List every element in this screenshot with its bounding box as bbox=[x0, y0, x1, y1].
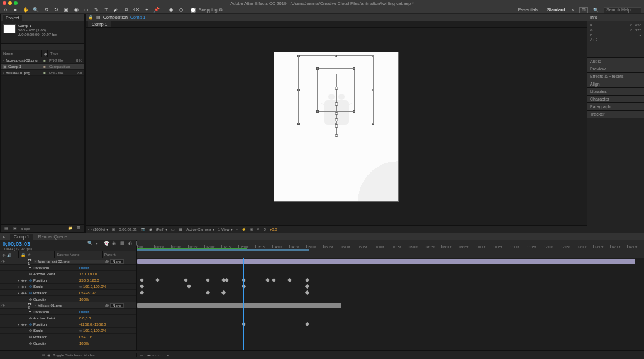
workspace-standard[interactable]: Standard bbox=[545, 7, 567, 13]
prop-value[interactable]: 100.0,100.0% bbox=[79, 329, 106, 333]
pickwhip-icon[interactable]: @ bbox=[105, 304, 109, 307]
project-tab[interactable]: Project bbox=[3, 15, 22, 21]
stopwatch-icon[interactable]: ⊙ bbox=[29, 297, 32, 301]
stopwatch-icon[interactable]: ⊙ bbox=[29, 334, 32, 339]
local-axis-icon[interactable]: ◆ bbox=[168, 7, 174, 13]
keyframe-icon[interactable] bbox=[272, 278, 276, 282]
reset-link[interactable]: Reset bbox=[79, 310, 89, 314]
col-label-icon[interactable]: ◆ bbox=[42, 50, 48, 57]
twirl-down-icon[interactable]: ▾ bbox=[29, 265, 31, 270]
audio-panel-header[interactable]: Audio bbox=[587, 58, 644, 65]
shape-tool-icon[interactable]: ▭ bbox=[83, 7, 89, 13]
info-panel-header[interactable]: Info bbox=[587, 14, 644, 21]
tl-search-icon[interactable]: 🔍 bbox=[87, 241, 94, 247]
brush-tool-icon[interactable]: 🖌 bbox=[113, 7, 119, 13]
keyframe-icon[interactable] bbox=[265, 278, 270, 282]
speaker-icon[interactable]: 🔊 bbox=[7, 253, 11, 257]
prop-value[interactable]: 100% bbox=[79, 341, 89, 345]
video-toggle-icon[interactable]: 👁 bbox=[1, 304, 5, 307]
parent-dropdown[interactable]: None bbox=[110, 259, 124, 264]
lock-col[interactable]: 🔒 bbox=[19, 251, 26, 258]
puppet-tool-icon[interactable]: 📌 bbox=[153, 7, 160, 13]
col-name[interactable]: Name bbox=[1, 50, 42, 57]
tl-comp-mini-icon[interactable]: ▸ bbox=[96, 241, 102, 247]
fast-preview-icon[interactable]: ⚡ bbox=[242, 227, 246, 231]
keyframe-icon[interactable] bbox=[305, 290, 309, 295]
next-kf-icon[interactable]: ▸ bbox=[25, 290, 28, 295]
orbit-tool-icon[interactable]: ⟲ bbox=[43, 7, 49, 13]
type-tool-icon[interactable]: T bbox=[103, 7, 109, 13]
keyframe-icon[interactable] bbox=[206, 278, 210, 282]
tl-frame-blend-icon[interactable]: ▦ bbox=[120, 241, 126, 247]
keyframe-icon[interactable] bbox=[140, 290, 144, 295]
keyframe-icon[interactable] bbox=[305, 278, 309, 282]
add-kf-icon[interactable]: ◆ bbox=[21, 290, 25, 295]
motion-keyframe-icon[interactable] bbox=[335, 112, 338, 115]
interpret-footage-icon[interactable]: ▦ bbox=[3, 226, 9, 232]
magnification-dropdown[interactable]: ▫ ▫ (100%) ▾ bbox=[88, 227, 108, 231]
prop-value[interactable]: 250.0,120.0 bbox=[79, 279, 99, 282]
rotate-tool-icon[interactable]: ↻ bbox=[53, 7, 59, 13]
minimize-window-icon[interactable] bbox=[8, 1, 12, 5]
layer-duration-bar[interactable] bbox=[137, 303, 341, 308]
stopwatch-icon[interactable]: ⊙ bbox=[29, 328, 32, 333]
comp-canvas[interactable] bbox=[274, 52, 398, 201]
snapping-options-icon[interactable]: ⚙ bbox=[219, 8, 223, 13]
stopwatch-icon[interactable]: ⊙ bbox=[29, 272, 32, 276]
workspace-menu-chevron-icon[interactable]: » bbox=[572, 8, 574, 12]
keyframe-icon[interactable] bbox=[287, 278, 292, 282]
pixel-aspect-icon[interactable]: ▫ bbox=[236, 228, 238, 231]
expand-collapse-icon[interactable]: ⊞ bbox=[42, 353, 45, 357]
keyframe-icon[interactable] bbox=[184, 278, 188, 282]
sync-settings-icon[interactable]: ⊡ bbox=[579, 7, 588, 13]
add-kf-icon[interactable]: ◆ bbox=[21, 278, 25, 282]
region-icon[interactable]: ▭ bbox=[171, 227, 175, 231]
selection-tool-icon[interactable]: ▸ bbox=[13, 7, 19, 13]
bit-depth[interactable]: 8 bpc bbox=[21, 227, 30, 231]
motion-keyframe-icon[interactable] bbox=[335, 134, 338, 137]
hand-tool-icon[interactable]: ✋ bbox=[23, 7, 29, 13]
timeline-graph[interactable] bbox=[137, 258, 644, 350]
preview-panel-header[interactable]: Preview bbox=[587, 65, 644, 73]
keyframe-icon[interactable] bbox=[140, 284, 144, 289]
resolution-dropdown[interactable]: (Full) ▾ bbox=[156, 227, 168, 231]
eye-icon[interactable]: 👁 bbox=[2, 253, 6, 257]
workspace-essentials[interactable]: Essentials bbox=[516, 7, 540, 13]
stopwatch-active-icon[interactable]: ⊙ bbox=[29, 278, 32, 282]
zoom-slider[interactable]: ▰▱▱▱▱ bbox=[147, 353, 163, 357]
search-help-input[interactable]: Search Help bbox=[604, 7, 641, 13]
keyframe-icon[interactable] bbox=[140, 278, 144, 282]
prev-kf-icon[interactable]: ◂ bbox=[18, 284, 21, 289]
show-channel-icon[interactable]: ◉ bbox=[149, 227, 152, 231]
libraries-panel-header[interactable]: Libraries bbox=[587, 88, 644, 96]
video-toggle-icon[interactable]: 👁 bbox=[1, 260, 5, 263]
keyframe-icon[interactable] bbox=[305, 284, 309, 289]
twirl-down-icon[interactable]: ▾ bbox=[29, 309, 31, 314]
toggle-switches-modes[interactable]: Toggle Switches / Modes bbox=[53, 353, 94, 357]
panel-lock-icon[interactable]: 🔒 bbox=[88, 15, 94, 20]
close-window-icon[interactable] bbox=[3, 1, 6, 5]
project-search[interactable] bbox=[1, 43, 84, 50]
stopwatch-active-icon[interactable]: ⊙ bbox=[29, 322, 32, 326]
prop-value[interactable]: 0x+281.4° bbox=[79, 291, 96, 295]
pan-behind-tool-icon[interactable]: ◉ bbox=[73, 7, 79, 13]
next-kf-icon[interactable]: ▸ bbox=[25, 278, 28, 282]
camera-tool-icon[interactable]: ▣ bbox=[63, 7, 69, 13]
tl-draft3d-icon[interactable]: ◉ bbox=[112, 241, 118, 247]
roto-tool-icon[interactable]: ✦ bbox=[143, 7, 150, 13]
current-time[interactable]: 0;00;03;03 bbox=[3, 241, 30, 247]
add-kf-icon[interactable]: ◆ bbox=[21, 284, 25, 289]
comp-flowchart-icon[interactable]: ⧈ bbox=[257, 227, 259, 231]
next-kf-icon[interactable]: ▸ bbox=[25, 322, 28, 326]
keyframe-icon[interactable] bbox=[221, 290, 226, 295]
tl-lock-icon[interactable]: × bbox=[3, 235, 5, 239]
clone-tool-icon[interactable]: ⧉ bbox=[123, 7, 130, 13]
transparency-grid-icon[interactable]: ▦ bbox=[179, 227, 182, 231]
resolution-icon[interactable]: ⊞ bbox=[112, 227, 115, 231]
pen-tool-icon[interactable]: ✎ bbox=[93, 7, 99, 13]
view-layout-dropdown[interactable]: 1 View ▾ bbox=[218, 227, 233, 231]
zoom-tool-icon[interactable]: 🔍 bbox=[33, 7, 39, 13]
timeline-icon[interactable]: ⊞ bbox=[250, 227, 253, 231]
project-item-row[interactable]: ▫hillside-01.png ■ PNG file 80 bbox=[1, 70, 84, 76]
parent-col[interactable]: Parent bbox=[103, 251, 137, 258]
